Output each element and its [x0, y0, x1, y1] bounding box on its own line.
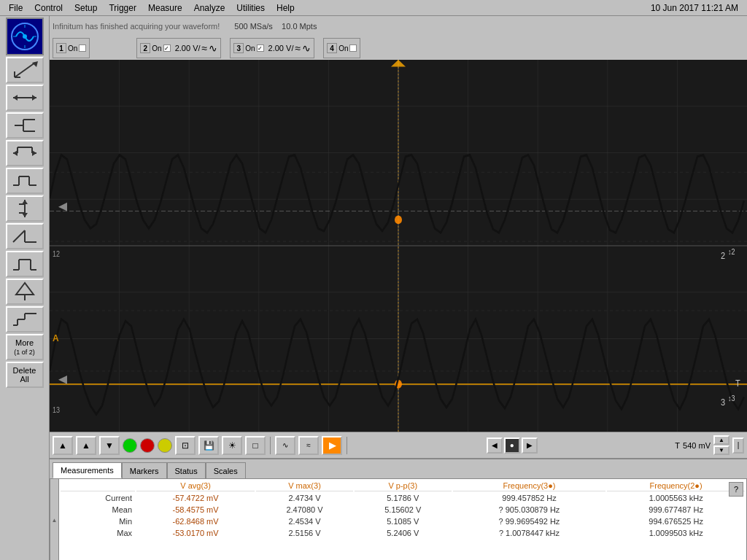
row-vavg3-0: -57.4722 mV [136, 493, 255, 503]
channel-4-box[interactable]: 4 On [323, 38, 360, 58]
meas-row-1: Mean -58.4575 mV 2.47080 V 5.15602 V ? 9… [61, 505, 745, 515]
tool-diagonal-arrow[interactable] [6, 57, 44, 83]
trigger-run-btn[interactable]: ▶ [322, 436, 342, 455]
channel-1-box[interactable]: 1 On [53, 38, 90, 58]
svg-text:12: 12 [53, 250, 60, 259]
svg-marker-22 [13, 150, 18, 156]
ch4-number: 4 [327, 43, 337, 53]
measurements-content: ▲ V avg(3) V max(3) V p-p(3) Frequency(3… [50, 478, 747, 560]
row-vavg3-1: -58.4575 mV [136, 505, 255, 515]
row-vpp3-3: 5.2406 V [355, 528, 452, 538]
trigger-level-display: T 540 mV ▲ ▼ | [675, 435, 744, 455]
col-freq3: Frequency(3●) [453, 481, 606, 491]
trigger-reset-button[interactable]: | [732, 438, 744, 454]
tool-up-arrow[interactable] [6, 279, 44, 305]
brightness-button[interactable]: ☀ [222, 436, 242, 455]
menu-analyze[interactable]: Analyze [188, 1, 231, 15]
row-vpp3-1: 5.15602 V [355, 505, 452, 515]
row-vmax3-0: 2.4734 V [256, 493, 353, 503]
row-freq2-3: 1.0099503 kHz [607, 528, 745, 538]
more-button[interactable]: More (1 of 2) [6, 334, 44, 360]
tab-measurements[interactable]: Measurements [53, 462, 122, 478]
bottom-toolbar: ▲ ▲ ▼ ⊡ 💾 ☀ □ ∿ ≈ ▶ ◀ ● ▶ [50, 432, 747, 458]
ch2-checkbox[interactable]: ✓ [163, 44, 171, 52]
row-freq3-2: ? 99.9695492 Hz [453, 516, 606, 526]
ch3-wave-icon2: ∿ [302, 42, 311, 54]
tool-pulse-vertical[interactable] [6, 195, 44, 222]
tool-pulse-horiz[interactable] [6, 140, 44, 166]
nav-right-button[interactable]: ▶ [522, 438, 538, 454]
scroll-left-indicator: ▲ [50, 479, 59, 560]
nav-left-button[interactable]: ◀ [487, 438, 503, 454]
tool-horizontal-arrows[interactable] [6, 85, 44, 111]
measurements-panel: Measurements Markers Status Scales ▲ [50, 458, 747, 560]
ch1-checkbox[interactable] [79, 44, 86, 52]
tool-square-wave[interactable] [6, 251, 44, 277]
tab-scales[interactable]: Scales [206, 462, 246, 478]
cursor-button[interactable]: ⊡ [175, 436, 196, 455]
ch1-number: 1 [56, 43, 66, 53]
measurements-body: Current -57.4722 mV 2.4734 V 5.1786 V 99… [61, 493, 745, 538]
menu-measure[interactable]: Measure [142, 1, 188, 15]
ch3-wave-icon: ≈ [295, 42, 301, 54]
clear-button[interactable]: □ [245, 436, 266, 455]
tab-markers[interactable]: Markers [122, 462, 167, 478]
ch2-on-label: On [152, 44, 161, 52]
svg-text:13: 13 [53, 405, 60, 414]
svg-marker-42 [16, 283, 34, 295]
svg-line-6 [15, 63, 35, 77]
menu-file[interactable]: File [3, 1, 28, 15]
measurements-tabs: Measurements Markers Status Scales [50, 459, 747, 478]
ch3-checkbox[interactable]: ✓ [257, 44, 264, 52]
row-label-3: Max [61, 528, 135, 538]
svg-line-34 [13, 230, 25, 242]
svg-text:2: 2 [721, 250, 725, 261]
ch4-checkbox[interactable] [349, 44, 357, 52]
menu-setup[interactable]: Setup [69, 1, 103, 15]
tool-ramp[interactable] [6, 223, 44, 249]
tool-step-wave[interactable] [6, 306, 44, 332]
save-button[interactable]: 💾 [198, 436, 219, 455]
datetime-display: 10 Jun 2017 11:21 AM [651, 3, 744, 13]
menu-trigger[interactable]: Trigger [103, 1, 142, 15]
col-freq2: Frequency(2●) [607, 481, 745, 491]
svg-marker-32 [22, 200, 28, 204]
tool-step-left[interactable] [6, 112, 44, 139]
ch1-color-indicator[interactable] [123, 438, 137, 453]
menu-help[interactable]: Help [271, 1, 301, 15]
run-stop-button[interactable]: ▲ [53, 436, 73, 455]
status-message: Infinitum has finished acquiring your wa… [53, 22, 220, 31]
ch3-color-indicator[interactable] [158, 438, 172, 453]
scroll-up-button[interactable]: ▲ [76, 436, 96, 455]
svg-text:↕3: ↕3 [728, 394, 735, 403]
delete-all-button[interactable]: DeleteAll [6, 362, 44, 388]
menu-control[interactable]: Control [28, 1, 69, 15]
help-button[interactable]: ? [729, 482, 743, 497]
wave-btn2[interactable]: ≈ [298, 436, 319, 455]
scope-display[interactable]: 2 ↕2 3 ↕3 T 12 13 A [50, 60, 747, 432]
ch1-on-label: On [68, 44, 77, 52]
ch2-number: 2 [140, 43, 150, 53]
trigger-label: T [675, 441, 680, 450]
tool-pulse-single[interactable] [6, 168, 44, 194]
row-vavg3-3: -53.0170 mV [136, 528, 255, 538]
menu-utilities[interactable]: Utilities [231, 1, 271, 15]
nav-center-button[interactable]: ● [504, 438, 520, 454]
ch2-color-indicator[interactable] [140, 438, 155, 453]
waveform-canvas: 2 ↕2 3 ↕3 T 12 13 [50, 60, 747, 432]
ch3-ground-marker: A [53, 333, 59, 343]
status-bar: Infinitum has finished acquiring your wa… [50, 16, 747, 36]
wave-btn1[interactable]: ∿ [275, 436, 295, 455]
trigger-increase-button[interactable]: ▲ [713, 435, 729, 445]
toolbar-divider2 [347, 437, 347, 454]
row-freq2-1: 999.677487 Hz [607, 505, 745, 515]
ch2-voltage: 2.00 V/ [175, 44, 201, 52]
col-vmax3: V max(3) [256, 481, 353, 491]
tab-status[interactable]: Status [167, 462, 206, 478]
svg-marker-33 [22, 213, 28, 217]
channel-2-box[interactable]: 2 On ✓ 2.00 V/ ≈ ∿ [136, 38, 221, 58]
meas-row-3: Max -53.0170 mV 2.5156 V 5.2406 V ? 1.00… [61, 528, 745, 538]
trigger-decrease-button[interactable]: ▼ [713, 446, 729, 455]
scroll-down-button[interactable]: ▼ [99, 436, 120, 455]
channel-3-box[interactable]: 3 On ✓ 2.00 V/ ≈ ∿ [230, 38, 314, 58]
